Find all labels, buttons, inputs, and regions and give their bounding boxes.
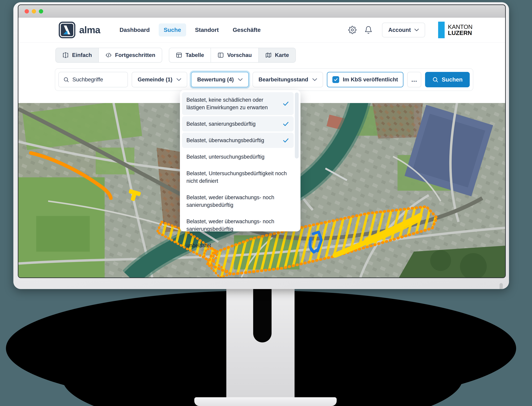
filter-bewertung-dropdown[interactable]: Bewertung (4) bbox=[191, 72, 249, 87]
toggle-einfach-label: Einfach bbox=[72, 52, 92, 58]
option-label: Belastet, Untersuchungsbedürftigkeit noc… bbox=[186, 170, 289, 185]
kanton-logo-line2: LUZERN bbox=[448, 30, 473, 36]
toggle-vorschau[interactable]: Vorschau bbox=[211, 48, 258, 62]
monitor-stand-column bbox=[226, 288, 295, 398]
nav-item-geschaefte[interactable]: Geschäfte bbox=[228, 23, 266, 36]
dropdown-scrollbar[interactable] bbox=[295, 93, 299, 159]
zoom-window-button[interactable] bbox=[39, 9, 43, 14]
account-menu-button[interactable]: Account bbox=[382, 23, 425, 37]
option-label: Belastet, überwachungsbedürftig bbox=[186, 137, 280, 144]
dropdown-option[interactable]: Belastet, Untersuchungsbedürftigkeit noc… bbox=[182, 166, 294, 188]
split-view-icon bbox=[217, 52, 224, 58]
dropdown-option[interactable]: Belastet, weder überwachungs- noch sanie… bbox=[182, 214, 294, 237]
brand-name: alma bbox=[79, 24, 100, 36]
chevron-down-icon bbox=[312, 78, 317, 81]
toggle-vorschau-label: Vorschau bbox=[227, 52, 252, 58]
chevron-down-icon bbox=[177, 78, 181, 81]
code-icon bbox=[105, 52, 112, 58]
map-icon bbox=[265, 52, 272, 58]
filter-bar: Gemeinde (1) Bewertung (4) Bearbeitungss… bbox=[55, 68, 473, 91]
result-view-toggle: Tabelle Vorschau Karte bbox=[169, 48, 296, 63]
more-filters-button[interactable]: ... bbox=[407, 72, 421, 87]
option-label: unbelastet bbox=[186, 242, 289, 249]
filter-bearbeitungsstand-dropdown[interactable]: Bearbeitungsstand bbox=[252, 72, 323, 87]
nav-item-suche[interactable]: Suche bbox=[159, 23, 186, 36]
option-label: Belastet, weder überwachungs- noch sanie… bbox=[186, 218, 289, 233]
monitor-stand-cable-slot bbox=[253, 288, 272, 342]
chevron-down-icon bbox=[238, 78, 243, 81]
toggle-fortgeschritten[interactable]: Fortgeschritten bbox=[98, 48, 162, 62]
alma-logo-icon bbox=[59, 22, 75, 38]
search-field[interactable] bbox=[59, 72, 128, 87]
nav-item-standort[interactable]: Standort bbox=[190, 23, 224, 36]
close-window-button[interactable] bbox=[25, 9, 29, 14]
nav-item-dashboard[interactable]: Dashboard bbox=[114, 23, 155, 36]
toggle-einfach[interactable]: Einfach bbox=[56, 48, 98, 62]
monitor-stand-base bbox=[194, 397, 337, 406]
checkbox-checked-icon bbox=[332, 76, 339, 83]
table-icon bbox=[176, 52, 182, 58]
monitor-power-button bbox=[500, 283, 503, 289]
toggle-tabelle-label: Tabelle bbox=[185, 52, 204, 58]
option-label: Belastet, weder überwachungs- noch sanie… bbox=[186, 194, 289, 209]
search-icon bbox=[432, 76, 438, 83]
option-label: Belastet, sanierungsbedürftig bbox=[186, 120, 280, 128]
dropdown-option[interactable]: Belastet, keine schädlichen oder lästige… bbox=[182, 92, 294, 115]
account-label: Account bbox=[388, 27, 411, 33]
option-label: Belastet, untersuchungsbedürftig bbox=[186, 153, 289, 160]
filter-gemeinde-dropdown[interactable]: Gemeinde (1) bbox=[132, 72, 187, 87]
app-header: alma Dashboard Suche Standort Geschäfte bbox=[18, 18, 505, 43]
notifications-bell-icon[interactable] bbox=[364, 26, 373, 34]
kbs-published-label: Im KbS veröffentlicht bbox=[343, 76, 398, 83]
toggle-karte[interactable]: Karte bbox=[258, 48, 296, 62]
text-cursor-icon bbox=[62, 52, 69, 58]
settings-gear-icon[interactable] bbox=[348, 26, 356, 34]
search-icon bbox=[63, 77, 69, 83]
toggle-fortgeschritten-label: Fortgeschritten bbox=[115, 52, 155, 58]
kbs-published-checkbox[interactable]: Im KbS veröffentlicht bbox=[327, 72, 403, 87]
dropdown-option[interactable]: Belastet, weder überwachungs- noch sanie… bbox=[182, 190, 294, 213]
check-icon bbox=[282, 100, 289, 107]
suchen-button-label: Suchen bbox=[442, 76, 463, 83]
check-icon bbox=[282, 137, 289, 144]
dropdown-option[interactable]: Belastet, überwachungsbedürftig bbox=[182, 133, 294, 148]
toggle-tabelle[interactable]: Tabelle bbox=[169, 48, 211, 62]
check-icon bbox=[282, 121, 289, 127]
toggle-karte-label: Karte bbox=[275, 52, 289, 58]
suchen-button[interactable]: Suchen bbox=[425, 72, 470, 87]
option-label: Belastet, keine schädlichen oder lästige… bbox=[186, 96, 280, 111]
kanton-luzern-logo: KANTON LUZERN bbox=[438, 22, 473, 38]
dropdown-option[interactable]: Belastet, sanierungsbedürftig bbox=[182, 116, 294, 131]
filter-gemeinde-label: Gemeinde (1) bbox=[138, 76, 172, 83]
view-toolbar: Einfach Fortgeschritten Tabelle bbox=[18, 43, 505, 68]
brand[interactable]: alma bbox=[59, 22, 100, 38]
search-input[interactable] bbox=[72, 76, 123, 83]
kanton-logo-bar bbox=[438, 22, 445, 38]
bewertung-options-dropdown: Belastet, keine schädlichen oder lästige… bbox=[180, 90, 301, 231]
header-right: Account KANTON LUZERN bbox=[340, 22, 473, 38]
kanton-logo-line1: KANTON bbox=[448, 24, 473, 30]
search-mode-toggle: Einfach Fortgeschritten bbox=[55, 48, 162, 63]
filter-bewertung-label: Bewertung (4) bbox=[197, 76, 234, 83]
dropdown-option[interactable]: Belastet, untersuchungsbedürftig bbox=[182, 149, 294, 164]
minimize-window-button[interactable] bbox=[32, 9, 36, 14]
main-nav: Dashboard Suche Standort Geschäfte bbox=[114, 23, 266, 36]
filter-bearbeitungsstand-label: Bearbeitungsstand bbox=[259, 76, 308, 83]
bewertung-options-list: Belastet, keine schädlichen oder lästige… bbox=[182, 92, 294, 253]
dropdown-option[interactable]: unbelastet bbox=[182, 238, 294, 253]
window-titlebar bbox=[18, 5, 505, 18]
monitor-bezel: alma Dashboard Suche Standort Geschäfte bbox=[13, 2, 509, 289]
